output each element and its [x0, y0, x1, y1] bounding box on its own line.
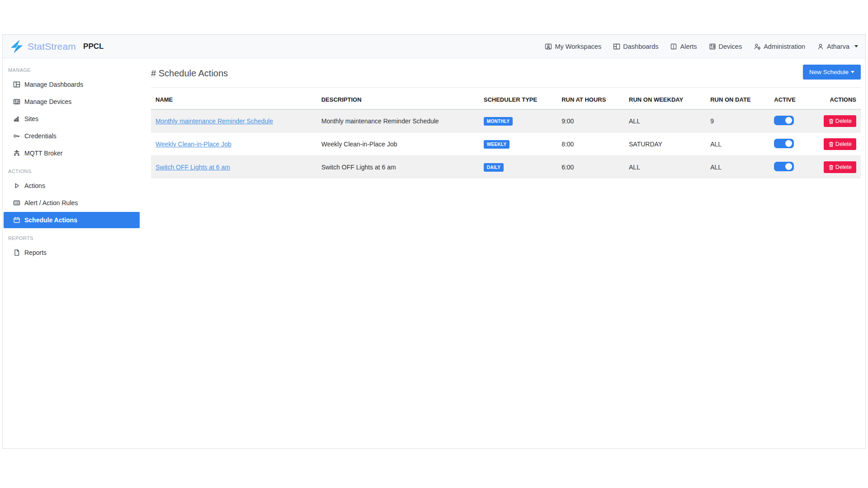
statstream-logo-icon — [10, 40, 24, 53]
sidebar-item-actions[interactable]: Actions — [4, 178, 140, 194]
run-at-hours-value: 8:00 — [557, 133, 624, 156]
run-on-date-value: ALL — [706, 133, 769, 156]
nav-item-label: Devices — [719, 43, 742, 50]
sidebar-item-label: MQTT Broker — [24, 150, 63, 157]
run-on-weekday-value: ALL — [624, 109, 706, 133]
sidebar-item-label: Reports — [24, 249, 47, 256]
main-content: # Schedule Actions New Schedule NAMEDESC… — [141, 58, 865, 448]
column-header-active: ACTIVE — [769, 90, 819, 109]
run-at-hours-value: 9:00 — [557, 109, 624, 133]
reports-icon — [13, 249, 20, 256]
title-divider — [151, 87, 861, 88]
schedule-name-link[interactable]: Weekly Clean-in-Place Job — [156, 141, 231, 148]
sidebar-item-manage-dashboards[interactable]: Manage Dashboards — [4, 76, 140, 93]
nav-item-administration[interactable]: Administration — [754, 43, 805, 50]
column-header-description: DESCRIPTION — [317, 90, 479, 109]
active-toggle[interactable] — [774, 162, 794, 171]
trash-icon — [828, 118, 834, 124]
user-name: Atharva — [827, 43, 849, 50]
delete-button[interactable]: Delete — [824, 115, 856, 127]
delete-button[interactable]: Delete — [824, 161, 856, 173]
sidebar-item-reports[interactable]: Reports — [4, 244, 140, 261]
new-schedule-button[interactable]: New Schedule — [803, 65, 861, 80]
schedule-actions-icon — [13, 216, 20, 224]
sidebar-item-sites[interactable]: Sites — [4, 111, 140, 127]
column-header-run-on-date: RUN ON DATE — [706, 90, 769, 109]
active-toggle[interactable] — [774, 116, 794, 125]
scheduler-type-badge: WEEKLY — [484, 140, 510, 149]
column-header-name: NAME — [151, 90, 317, 109]
nav-item-devices[interactable]: Devices — [709, 43, 742, 50]
top-bar: StatStream PPCL My WorkspacesDashboardsA… — [3, 35, 865, 58]
nav-item-label: Alerts — [680, 43, 697, 50]
run-on-weekday-value: ALL — [624, 156, 706, 179]
run-on-date-value: 9 — [706, 109, 769, 133]
sidebar-item-mqtt-broker[interactable]: MQTT Broker — [4, 145, 140, 161]
manage-devices-icon — [13, 98, 20, 105]
nav-item-label: My Workspaces — [555, 43, 601, 50]
trash-icon — [828, 141, 834, 147]
column-header-run-at-hours: RUN AT HOURS — [557, 90, 624, 109]
credentials-icon — [13, 132, 20, 140]
table-row: Switch OFF Lights at 6 amSwitch OFF Ligh… — [151, 156, 861, 179]
sidebar: MANAGEManage DashboardsManage DevicesSit… — [3, 58, 141, 448]
user-icon — [817, 43, 824, 50]
caret-down-icon — [851, 71, 854, 73]
brand-name: StatStream — [28, 41, 76, 52]
column-header-actions: ACTIONS — [819, 90, 861, 109]
sidebar-section-title: REPORTS — [4, 229, 140, 244]
active-toggle[interactable] — [774, 139, 794, 148]
nav-item-dashboards[interactable]: Dashboards — [613, 43, 658, 50]
workspaces-icon — [545, 43, 552, 50]
sidebar-item-label: Manage Devices — [24, 98, 71, 105]
schedule-description: Switch OFF Lights at 6 am — [317, 156, 479, 179]
nav-item-my-workspaces[interactable]: My Workspaces — [545, 43, 601, 50]
run-on-date-value: ALL — [706, 156, 769, 179]
sidebar-item-label: Sites — [24, 115, 38, 122]
column-header-scheduler-type: SCHEDULER TYPE — [479, 90, 557, 109]
sidebar-item-alert-action-rules[interactable]: Alert / Action Rules — [4, 195, 140, 211]
sites-icon — [13, 115, 20, 122]
schedule-name-link[interactable]: Monthly maintenance Reminder Schedule — [156, 117, 273, 125]
column-header-run-on-weekday: RUN ON WEEKDAY — [624, 90, 706, 109]
schedule-actions-table: NAMEDESCRIPTIONSCHEDULER TYPERUN AT HOUR… — [151, 90, 861, 178]
sidebar-item-schedule-actions[interactable]: Schedule Actions — [4, 212, 140, 228]
sidebar-item-label: Schedule Actions — [24, 216, 77, 224]
table-header-row: NAMEDESCRIPTIONSCHEDULER TYPERUN AT HOUR… — [151, 90, 861, 109]
sidebar-item-manage-devices[interactable]: Manage Devices — [4, 94, 140, 110]
table-row: Monthly maintenance Reminder ScheduleMon… — [151, 109, 861, 133]
alerts-icon — [670, 43, 677, 50]
run-on-weekday-value: SATURDAY — [624, 133, 706, 156]
sidebar-item-credentials[interactable]: Credentials — [4, 128, 140, 144]
schedule-description: Weekly Clean-in-Place Job — [317, 133, 479, 156]
delete-button-label: Delete — [835, 141, 852, 147]
actions-icon — [13, 182, 20, 189]
administration-icon — [754, 43, 761, 50]
sidebar-item-label: Actions — [24, 182, 45, 189]
nav-item-label: Administration — [764, 43, 805, 50]
table-row: Weekly Clean-in-Place JobWeekly Clean-in… — [151, 133, 861, 156]
sidebar-item-label: Alert / Action Rules — [24, 199, 78, 206]
mqtt-broker-icon — [13, 150, 20, 157]
sidebar-section-title: MANAGE — [4, 61, 140, 75]
nav-item-alerts[interactable]: Alerts — [670, 43, 697, 50]
manage-dashboards-icon — [13, 81, 20, 88]
sidebar-section-title: ACTIONS — [4, 162, 140, 177]
scheduler-type-badge: DAILY — [484, 163, 504, 172]
nav-item-label: Dashboards — [623, 43, 658, 50]
app-window: StatStream PPCL My WorkspacesDashboardsA… — [2, 34, 866, 449]
schedule-name-link[interactable]: Switch OFF Lights at 6 am — [156, 164, 230, 171]
scheduler-type-badge: MONTHLY — [484, 117, 513, 126]
trash-icon — [828, 164, 834, 170]
sidebar-item-label: Manage Dashboards — [24, 81, 83, 88]
delete-button-label: Delete — [835, 118, 852, 124]
caret-down-icon — [854, 45, 858, 47]
schedule-description: Monthly maintenance Reminder Schedule — [317, 109, 479, 133]
page-title: # Schedule Actions — [151, 68, 228, 79]
top-nav: My WorkspacesDashboardsAlertsDevicesAdmi… — [545, 43, 858, 50]
dashboards-icon — [613, 43, 620, 50]
sidebar-item-label: Credentials — [24, 132, 57, 140]
user-menu[interactable]: Atharva — [817, 43, 858, 50]
delete-button[interactable]: Delete — [824, 138, 856, 150]
brand[interactable]: StatStream PPCL — [10, 40, 104, 53]
